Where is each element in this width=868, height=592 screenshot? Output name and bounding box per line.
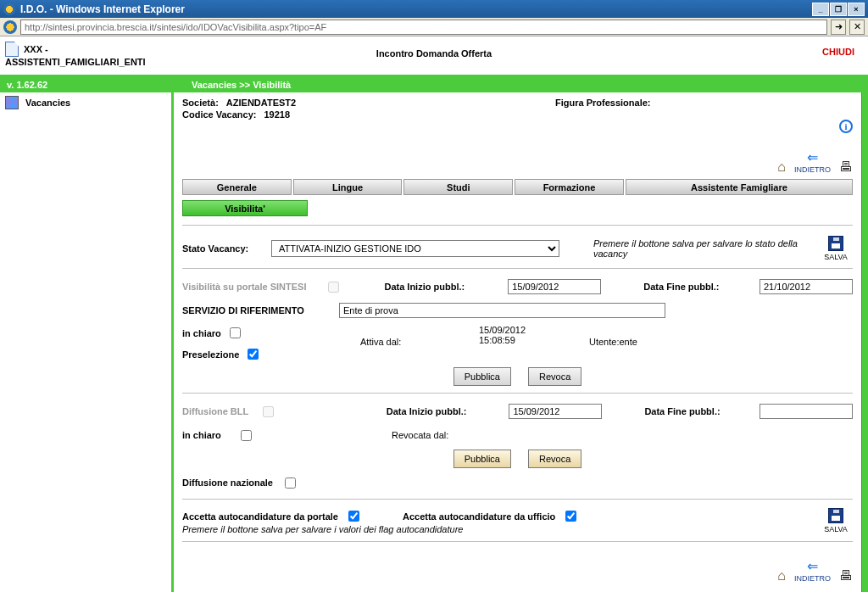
- accetta-ufficio-checkbox[interactable]: [565, 511, 576, 522]
- window-controls: _ ❐ ×: [812, 3, 865, 16]
- tab-lingue[interactable]: Lingue: [293, 179, 403, 195]
- tab-visibilita[interactable]: Visibilita': [182, 200, 308, 216]
- restore-button[interactable]: ❐: [830, 3, 847, 16]
- attiva-dal-label: Attiva dal:: [360, 337, 401, 347]
- sidebar: Vacancies: [0, 92, 174, 592]
- address-go-button[interactable]: ➜: [831, 20, 846, 35]
- printer-icon: 🖶: [839, 160, 853, 174]
- sidebar-item-vacancies[interactable]: Vacancies: [5, 96, 166, 109]
- data-fine-input-2[interactable]: [760, 404, 853, 419]
- revoca-button-2[interactable]: Revoca: [528, 450, 581, 468]
- in-chiaro-label-1: in chiaro: [182, 328, 221, 338]
- home-button[interactable]: ⌂: [777, 160, 786, 174]
- close-app-button[interactable]: CHIUDI: [822, 42, 860, 75]
- data-fine-label-1: Data Fine pubbl.:: [643, 282, 751, 292]
- address-bar: http://sintesi.provincia.brescia.it/sint…: [0, 18, 868, 36]
- revoca-button-1[interactable]: Revoca: [528, 367, 581, 386]
- stato-select[interactable]: ATTIVATA-INIZIO GESTIONE IDO: [271, 240, 559, 257]
- preselezione-checkbox[interactable]: [248, 349, 259, 360]
- breadcrumb: Vacancies >> Visibilità: [186, 77, 868, 92]
- address-x-button[interactable]: ✕: [849, 20, 865, 35]
- pubblica-button-2[interactable]: Pubblica: [453, 450, 511, 468]
- visibilita-sintesi-row: Visibilità su portale SINTESI Data Inizi…: [182, 277, 853, 296]
- scrollbar[interactable]: [861, 92, 868, 592]
- diff-bll-checkbox: [263, 406, 274, 417]
- back-label: INDIETRO: [794, 574, 831, 583]
- header-user-block: XXX - ASSISTENTI_FAMIGLIARI_ENTI: [5, 42, 146, 75]
- back-arrow-icon: ⇐: [807, 560, 818, 573]
- data-inizio-input-1[interactable]: [508, 279, 601, 294]
- print-button-bottom[interactable]: 🖶: [839, 569, 853, 583]
- window-title: I.D.O. - Windows Internet Explorer: [20, 3, 185, 15]
- tab-assistente[interactable]: Assistente Famigliare: [626, 179, 853, 195]
- document-icon: [5, 42, 19, 57]
- vis-sintesi-label: Visibilità su portale SINTESI: [182, 282, 316, 292]
- titlebar: I.D.O. - Windows Internet Explorer _ ❐ ×: [0, 0, 868, 18]
- data-fine-label-2: Data Fine pubbl.:: [644, 406, 751, 416]
- diff-naz-checkbox[interactable]: [285, 478, 296, 489]
- save-label: SALVA: [824, 525, 848, 533]
- tab-generale[interactable]: Generale: [182, 179, 292, 195]
- floppy-icon: [828, 508, 843, 523]
- user-code: XXX -: [24, 44, 48, 54]
- tab-studi[interactable]: Studi: [403, 179, 513, 195]
- diffusione-bll-row: Diffusione BLL Data Inizio pubbl.: Data …: [182, 402, 853, 421]
- codice-value: 19218: [264, 109, 291, 120]
- close-window-button[interactable]: ×: [848, 3, 865, 16]
- in-chiaro-checkbox-1[interactable]: [230, 327, 241, 338]
- servizio-input[interactable]: [339, 303, 665, 318]
- data-inizio-input-2[interactable]: [509, 404, 602, 419]
- back-button[interactable]: ⇐ INDIETRO: [794, 151, 831, 174]
- pubblica-revoca-row-1: Pubblica Revoca: [182, 367, 853, 386]
- stato-vacancy-row: Stato Vacancy: ATTIVATA-INIZIO GESTIONE …: [182, 236, 853, 261]
- breadcrumb-strip: v. 1.62.62 Vacancies >> Visibilità: [0, 77, 868, 92]
- home-icon: ⌂: [777, 569, 786, 583]
- back-label: INDIETRO: [794, 165, 831, 174]
- home-button-bottom[interactable]: ⌂: [777, 569, 786, 583]
- save-label: SALVA: [824, 253, 848, 261]
- sidebar-item-label: Vacancies: [25, 98, 70, 108]
- societa-label: Società:: [182, 98, 219, 108]
- info-icon[interactable]: i: [839, 120, 853, 133]
- bottom-icon-toolbar: ⌂ ⇐ INDIETRO 🖶: [182, 557, 853, 583]
- revocata-dal-label: Revocata dal:: [392, 430, 448, 440]
- data-inizio-label-2: Data Inizio pubbl.:: [387, 406, 501, 416]
- in-chiaro-label-2: in chiaro: [182, 430, 229, 440]
- save-stato-button[interactable]: SALVA: [819, 236, 853, 261]
- minimize-button[interactable]: _: [812, 3, 829, 16]
- attiva-time: 15:08:59: [479, 335, 581, 345]
- codice-label: Codice Vacancy:: [182, 109, 256, 120]
- servizio-label: SERVIZIO DI RIFERIMENTO: [182, 305, 331, 316]
- url-field[interactable]: http://sintesi.provincia.brescia.it/sint…: [20, 20, 827, 35]
- flags-help: Premere il bottone salva per salvare i v…: [182, 524, 810, 534]
- back-button-bottom[interactable]: ⇐ INDIETRO: [794, 560, 831, 583]
- in-chiaro-checkbox-2[interactable]: [241, 430, 252, 441]
- floppy-icon: [828, 236, 843, 251]
- ie-favicon-icon: [3, 20, 17, 34]
- accetta-portale-checkbox[interactable]: [348, 511, 359, 522]
- societa-value: AZIENDATEST2: [226, 98, 296, 108]
- user-role: ASSISTENTI_FAMIGLIARI_ENTI: [5, 57, 146, 67]
- pubblica-button-1[interactable]: Pubblica: [453, 367, 511, 386]
- autocandidature-row: Accetta autocandidature da portale Accet…: [182, 508, 853, 534]
- tab-bar-1: Generale Lingue Studi Formazione Assiste…: [182, 179, 853, 195]
- data-fine-input-1[interactable]: [760, 279, 853, 294]
- print-button[interactable]: 🖶: [839, 160, 853, 174]
- vis-sintesi-checkbox: [328, 282, 339, 293]
- diff-bll-label: Diffusione BLL: [182, 406, 251, 416]
- version-label: v. 1.62.62: [0, 77, 186, 92]
- save-flags-button[interactable]: SALVA: [819, 508, 853, 533]
- utente-label: Utente:: [589, 337, 619, 347]
- data-inizio-label-1: Data Inizio pubbl.:: [384, 282, 499, 292]
- utente-value: ente: [619, 337, 637, 347]
- figura-label: Figura Professionale:: [555, 98, 650, 108]
- ie-icon: [3, 3, 15, 15]
- tab-formazione[interactable]: Formazione: [515, 179, 624, 195]
- tab-bar-2: Visibilita': [182, 200, 853, 216]
- pubblica-revoca-row-2: Pubblica Revoca: [182, 450, 853, 468]
- diff-naz-label: Diffusione nazionale: [182, 478, 273, 488]
- preselezione-label: Preselezione: [182, 349, 239, 360]
- accetta-portale-label: Accetta autocandidature da portale: [182, 511, 338, 522]
- attiva-date: 15/09/2012: [479, 325, 581, 335]
- back-arrow-icon: ⇐: [807, 151, 818, 165]
